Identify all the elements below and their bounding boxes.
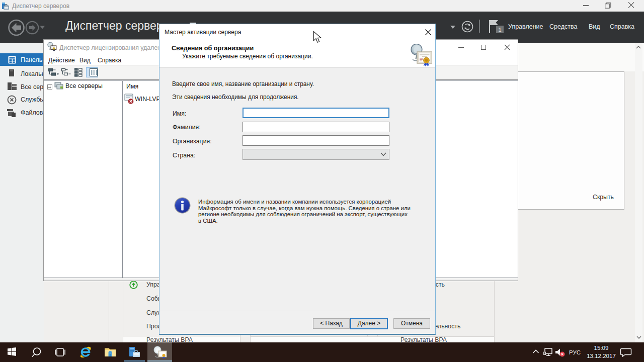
svg-text:1: 1 xyxy=(498,27,501,33)
